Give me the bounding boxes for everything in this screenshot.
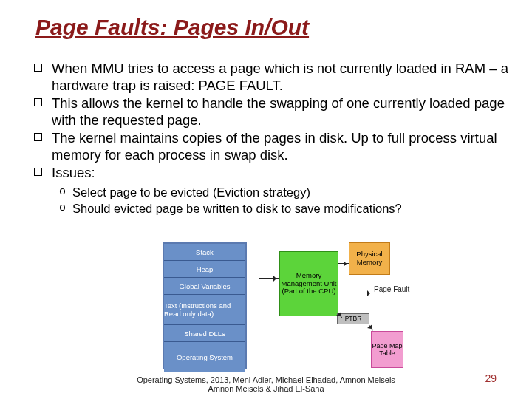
page-map-table-box: Page Map Table bbox=[371, 331, 403, 368]
slide-body: When MMU tries to access a page which is… bbox=[31, 61, 508, 217]
sub-bullet-item: Should evicted page be written to disk t… bbox=[56, 201, 508, 216]
physical-memory-box: Physical Memory bbox=[349, 242, 390, 275]
bullet-item: Issues: bbox=[31, 165, 508, 182]
arrow-icon bbox=[338, 313, 342, 318]
bullet-item: The kernel maintains copies of the pages… bbox=[31, 130, 508, 163]
arrow-icon bbox=[338, 293, 372, 293]
segment-heap: Heap bbox=[164, 261, 245, 278]
segment-text: Text (Instructions and Read only data) bbox=[164, 295, 245, 325]
sub-bullet-item: Select page to be evicted (Eviction stra… bbox=[56, 185, 508, 200]
segment-globals: Global Variables bbox=[164, 278, 245, 295]
segment-dlls: Shared DLLs bbox=[164, 325, 245, 342]
segment-stack: Stack bbox=[164, 244, 245, 261]
arrow-icon bbox=[259, 278, 279, 279]
mmu-box: Memory Management Unit (Part of the CPU) bbox=[279, 251, 338, 316]
sub-bullet-list: Select page to be evicted (Eviction stra… bbox=[31, 185, 508, 216]
footer-line-2: Amnon Meisels & Jihad El-Sana bbox=[0, 384, 532, 393]
segment-os: Operating System bbox=[164, 342, 245, 372]
arrow-icon bbox=[369, 325, 373, 330]
footer: Operating Systems, 2013, Meni Adler, Mic… bbox=[0, 375, 532, 393]
bullet-item: When MMU tries to access a page which is… bbox=[31, 61, 508, 94]
page-number: 29 bbox=[485, 372, 497, 384]
bullet-item: This allows the kernel to handle the swa… bbox=[31, 95, 508, 129]
bullet-list: When MMU tries to access a page which is… bbox=[31, 61, 508, 182]
diagram: Stack Heap Global Variables Text (Instru… bbox=[163, 242, 421, 375]
process-address-space-box: Stack Heap Global Variables Text (Instru… bbox=[163, 242, 247, 369]
footer-line-1: Operating Systems, 2013, Meni Adler, Mic… bbox=[0, 375, 532, 384]
slide: Page Faults: Pages In/Out When MMU tries… bbox=[0, 0, 532, 399]
page-fault-label: Page Fault bbox=[374, 285, 409, 293]
arrow-icon bbox=[338, 263, 349, 264]
slide-title: Page Faults: Pages In/Out bbox=[35, 15, 309, 40]
